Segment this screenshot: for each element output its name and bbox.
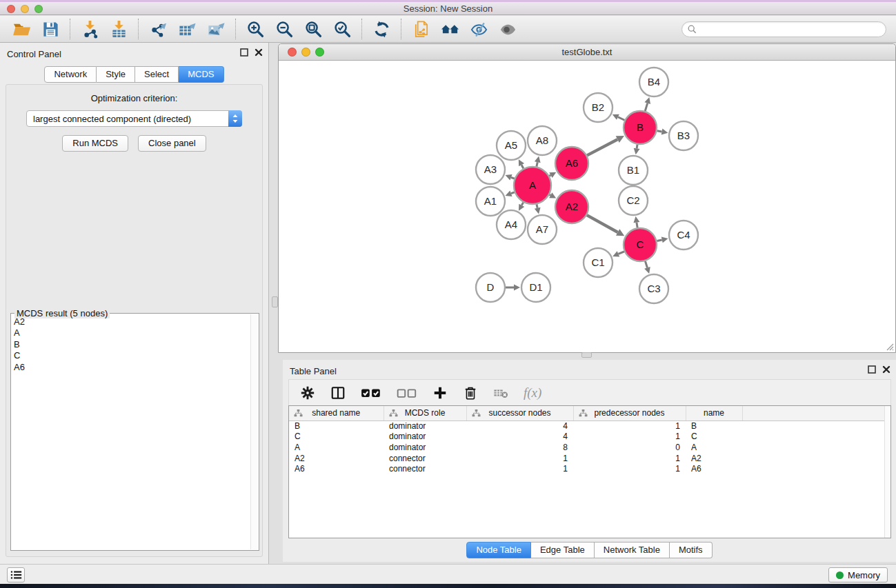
tab-style[interactable]: Style	[97, 66, 135, 83]
node-A6[interactable]: A6	[555, 147, 588, 180]
search-input[interactable]	[700, 24, 880, 34]
tab-motifs[interactable]: Motifs	[670, 542, 713, 558]
table-cell[interactable]: 4	[466, 420, 573, 432]
search-field[interactable]	[681, 21, 886, 37]
horizontal-split-handle[interactable]	[581, 352, 592, 358]
task-history-button[interactable]	[7, 567, 25, 582]
tab-mcds[interactable]: MCDS	[179, 66, 223, 83]
table-cell[interactable]: A	[686, 442, 742, 453]
vertical-split-handle[interactable]	[272, 296, 278, 307]
tab-node-table[interactable]: Node Table	[466, 542, 531, 558]
table-cell[interactable]: dominator	[384, 442, 466, 453]
edge-C-C2[interactable]	[637, 223, 637, 228]
table-cell[interactable]: C	[289, 432, 384, 443]
node-A[interactable]: A	[514, 167, 551, 204]
select-all-icon[interactable]	[361, 383, 381, 403]
edge-A-A7[interactable]	[537, 204, 537, 207]
node-C1[interactable]: C1	[584, 248, 613, 277]
float-table-panel-icon[interactable]	[868, 365, 876, 374]
table-cell[interactable]: 1	[573, 463, 686, 474]
table-cell[interactable]: 1	[573, 432, 686, 443]
edge-B-B1[interactable]	[637, 145, 637, 149]
network-window-titlebar[interactable]: testGlobe.txt	[279, 44, 895, 61]
table-cell[interactable]: 0	[573, 442, 686, 453]
node-A4[interactable]: A4	[497, 210, 526, 239]
close-panel-icon[interactable]	[255, 48, 263, 57]
zoom-selected-icon[interactable]	[330, 18, 354, 40]
table-cell[interactable]: A2	[289, 453, 384, 464]
save-session-icon[interactable]	[39, 18, 62, 40]
table-cell[interactable]: 1	[466, 453, 573, 464]
column-header-name[interactable]: name	[686, 406, 742, 420]
result-scrollbar[interactable]	[250, 314, 258, 549]
table-row[interactable]: A2connector11A2	[289, 453, 890, 464]
mcds-result-list[interactable]: A2ABCA6	[14, 316, 250, 549]
table-scrollbar[interactable]	[884, 406, 890, 538]
table-cell[interactable]: C	[686, 432, 742, 443]
node-A3[interactable]: A3	[476, 155, 505, 184]
table-cell[interactable]: B	[289, 420, 384, 432]
node-C2[interactable]: C2	[619, 186, 648, 215]
result-item[interactable]: C	[14, 350, 250, 361]
export-table-icon[interactable]	[175, 18, 199, 40]
table-row[interactable]: Adominator80A	[289, 442, 890, 453]
delete-table-icon[interactable]	[493, 383, 508, 403]
column-header-MCDS-role[interactable]: MCDS role	[384, 406, 466, 420]
table-cell[interactable]: dominator	[384, 420, 466, 432]
network-graph[interactable]: B4B2BB3A5A8A6A3AB1A1A2C2A4A7CC4C1C3DD1	[279, 61, 895, 352]
network-canvas[interactable]: B4B2BB3A5A8A6A3AB1A1A2C2A4A7CC4C1C3DD1	[279, 61, 895, 352]
zoom-in-icon[interactable]	[243, 18, 267, 40]
node-A2[interactable]: A2	[555, 190, 588, 223]
tab-network[interactable]: Network	[44, 66, 97, 83]
run-mcds-button[interactable]: Run MCDS	[62, 135, 128, 152]
edge-A-A3[interactable]	[511, 177, 515, 179]
criterion-dropdown[interactable]: largest connected component (directed)	[26, 110, 242, 127]
edge-A-A8[interactable]	[537, 162, 537, 166]
function-builder-icon[interactable]: f(x)	[524, 383, 541, 403]
add-column-icon[interactable]	[432, 383, 448, 403]
node-C4[interactable]: C4	[669, 221, 698, 250]
deselect-all-icon[interactable]	[397, 383, 417, 403]
table-cell[interactable]: A	[289, 442, 384, 453]
zoom-fit-icon[interactable]	[301, 18, 325, 40]
tab-network-table[interactable]: Network Table	[595, 542, 670, 558]
edge-A-A6[interactable]	[549, 175, 550, 176]
table-cell[interactable]: 1	[573, 420, 686, 432]
export-network-icon[interactable]	[146, 18, 170, 40]
table-cell[interactable]: A6	[686, 463, 742, 474]
hide-selected-icon[interactable]	[467, 18, 490, 40]
table-cell[interactable]: 1	[573, 453, 686, 464]
edge-C-C4[interactable]	[657, 240, 661, 241]
settings-gear-icon[interactable]	[300, 383, 315, 403]
edge-C-C3[interactable]	[645, 261, 647, 268]
table-cell[interactable]: connector	[384, 453, 466, 464]
node-A7[interactable]: A7	[528, 215, 557, 244]
import-table-icon[interactable]	[107, 18, 130, 40]
table-cell[interactable]: B	[686, 420, 742, 432]
node-C[interactable]: C	[624, 228, 657, 261]
node-B3[interactable]: B3	[669, 121, 698, 150]
result-item[interactable]: A2	[14, 316, 250, 327]
table-cell[interactable]: 4	[466, 432, 573, 443]
float-panel-icon[interactable]	[240, 48, 248, 57]
edge-A-A2[interactable]	[550, 194, 551, 195]
edge-C-C1[interactable]	[618, 252, 624, 254]
edge-B-B3[interactable]	[657, 131, 662, 132]
memory-button[interactable]: Memory	[828, 567, 888, 582]
show-all-icon[interactable]	[496, 18, 519, 40]
column-header-predecessor-nodes[interactable]: predecessor nodes	[573, 406, 686, 420]
table-cell[interactable]: 1	[466, 463, 573, 474]
node-B2[interactable]: B2	[584, 93, 613, 122]
table-cell[interactable]: A2	[686, 453, 742, 464]
result-item[interactable]: A6	[14, 362, 250, 373]
node-B[interactable]: B	[624, 111, 657, 144]
table-cell[interactable]: connector	[384, 463, 466, 474]
node-B1[interactable]: B1	[619, 156, 648, 185]
result-item[interactable]: B	[14, 339, 250, 350]
refresh-icon[interactable]	[370, 18, 393, 40]
result-item[interactable]: A	[14, 327, 250, 338]
tab-select[interactable]: Select	[135, 66, 179, 83]
node-A1[interactable]: A1	[476, 187, 505, 216]
edge-A6-B[interactable]	[587, 139, 617, 155]
node-C3[interactable]: C3	[639, 274, 668, 303]
